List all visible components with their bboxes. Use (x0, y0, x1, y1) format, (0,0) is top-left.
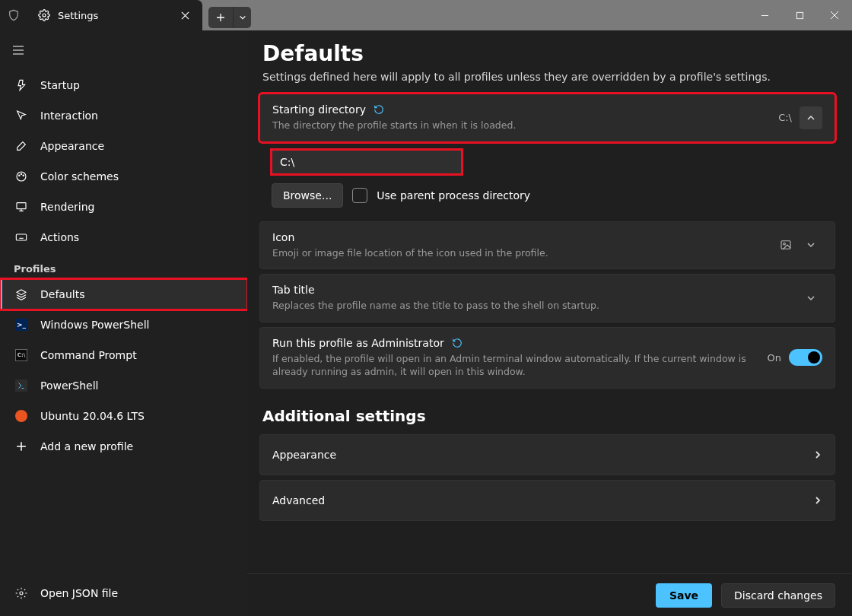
cursor-icon (14, 109, 28, 122)
palette-icon (14, 170, 28, 183)
svg-rect-9 (781, 241, 790, 249)
icon-card[interactable]: Icon Emoji or image file location of the… (259, 221, 835, 270)
card-description: If enabled, the profile will open in an … (272, 352, 758, 379)
new-tab-button[interactable] (208, 7, 233, 28)
starting-directory-input[interactable] (272, 150, 462, 174)
chevron-right-icon (813, 496, 822, 505)
new-tab-dropdown[interactable] (233, 7, 251, 28)
image-icon (780, 239, 792, 251)
card-title: Tab title (272, 284, 315, 296)
sidebar-item-rendering[interactable]: Rendering (0, 192, 247, 222)
cmd-icon: C:\ (14, 348, 28, 362)
sidebar-item-label: Actions (40, 231, 79, 243)
monitor-icon (14, 200, 28, 214)
collapse-button[interactable] (800, 106, 822, 129)
browse-button[interactable]: Browse... (272, 183, 343, 208)
svg-point-0 (43, 14, 46, 17)
hamburger-button[interactable] (0, 35, 37, 65)
svg-point-4 (21, 173, 21, 174)
powershell-icon: >_ (14, 318, 28, 332)
additional-settings-heading: Additional settings (262, 407, 835, 425)
sidebar: Startup Interaction Appearance Color sch… (0, 30, 247, 616)
maximize-button[interactable] (782, 0, 817, 30)
titlebar: Settings (0, 0, 852, 30)
gear-icon (14, 586, 28, 600)
reset-icon[interactable] (452, 338, 463, 348)
sidebar-item-label: Ubuntu 20.04.6 LTS (40, 410, 145, 422)
sidebar-item-label: Rendering (40, 201, 95, 213)
new-tab-group (208, 0, 251, 30)
page-subtitle: Settings defined here will apply to all … (262, 71, 835, 83)
tab-title: Settings (58, 10, 169, 21)
toggle-state-label: On (768, 352, 781, 364)
sidebar-item-label: Color schemes (40, 170, 119, 183)
sidebar-item-label: Open JSON file (40, 587, 118, 599)
sidebar-item-command-prompt[interactable]: C:\ Command Prompt (0, 340, 247, 370)
open-json-file[interactable]: Open JSON file (0, 578, 247, 608)
tab-settings[interactable]: Settings (27, 0, 202, 30)
svg-point-5 (23, 175, 24, 176)
reset-icon[interactable] (374, 104, 384, 115)
card-title: Starting directory (272, 103, 366, 116)
card-description: Replaces the profile name as the title t… (272, 299, 790, 313)
run-as-admin-toggle[interactable] (789, 349, 822, 366)
link-label: Advanced (272, 494, 325, 506)
use-parent-checkbox[interactable] (352, 188, 367, 203)
main-content: Defaults Settings defined here will appl… (247, 30, 852, 616)
svg-rect-1 (796, 12, 803, 18)
gear-icon (38, 9, 50, 21)
chevron-right-icon (813, 450, 822, 459)
layers-icon (14, 287, 28, 301)
footer-bar: Save Discard changes (247, 573, 852, 616)
sidebar-item-actions[interactable]: Actions (0, 222, 247, 252)
tab-title-card[interactable]: Tab title Replaces the profile name as t… (259, 274, 835, 322)
svg-rect-6 (17, 203, 26, 209)
appearance-link[interactable]: Appearance (259, 434, 835, 475)
power-icon (14, 78, 28, 92)
sidebar-item-appearance[interactable]: Appearance (0, 131, 247, 161)
svg-point-3 (19, 175, 20, 176)
sidebar-item-powershell[interactable]: PowerShell (0, 370, 247, 401)
discard-button[interactable]: Discard changes (721, 583, 835, 608)
pwsh-icon (14, 379, 28, 392)
link-label: Appearance (272, 449, 336, 461)
sidebar-item-windows-powershell[interactable]: >_ Windows PowerShell (0, 310, 247, 340)
svg-point-10 (784, 243, 786, 246)
sidebar-item-label: Startup (40, 79, 80, 91)
page-title: Defaults (262, 41, 835, 66)
starting-directory-expanded: Browse... Use parent process directory (272, 150, 835, 208)
svg-rect-7 (16, 234, 26, 240)
sidebar-item-label: Appearance (40, 140, 104, 152)
starting-directory-summary: C:\ (778, 112, 792, 123)
sidebar-item-startup[interactable]: Startup (0, 70, 247, 100)
sidebar-item-label: Add a new profile (40, 440, 133, 452)
shield-icon (0, 0, 27, 30)
starting-directory-card[interactable]: Starting directory The directory the pro… (259, 94, 835, 142)
profiles-header: Profiles (0, 252, 247, 279)
brush-icon (14, 139, 28, 153)
close-tab-button[interactable] (176, 7, 193, 24)
run-as-admin-card: Run this profile as Administrator If ena… (259, 327, 835, 389)
card-description: The directory the profile starts in when… (272, 119, 769, 132)
sidebar-item-ubuntu[interactable]: Ubuntu 20.04.6 LTS (0, 401, 247, 431)
sidebar-item-label: PowerShell (40, 379, 98, 392)
sidebar-item-color-schemes[interactable]: Color schemes (0, 161, 247, 192)
minimize-button[interactable] (747, 0, 782, 30)
sidebar-item-label: Defaults (40, 288, 84, 300)
plus-icon (14, 440, 28, 453)
ubuntu-icon (14, 409, 28, 423)
sidebar-item-interaction[interactable]: Interaction (0, 100, 247, 131)
save-button[interactable]: Save (656, 583, 712, 608)
sidebar-item-label: Windows PowerShell (40, 319, 149, 331)
card-title: Run this profile as Administrator (272, 337, 444, 349)
sidebar-item-defaults[interactable]: Defaults (0, 279, 247, 310)
sidebar-item-label: Command Prompt (40, 349, 137, 361)
svg-point-8 (20, 592, 23, 595)
advanced-link[interactable]: Advanced (259, 480, 835, 521)
close-window-button[interactable] (817, 0, 852, 30)
expand-button[interactable] (800, 287, 822, 310)
expand-button[interactable] (800, 233, 822, 256)
use-parent-label: Use parent process directory (377, 189, 530, 202)
sidebar-item-label: Interaction (40, 110, 98, 122)
sidebar-item-add-profile[interactable]: Add a new profile (0, 431, 247, 462)
